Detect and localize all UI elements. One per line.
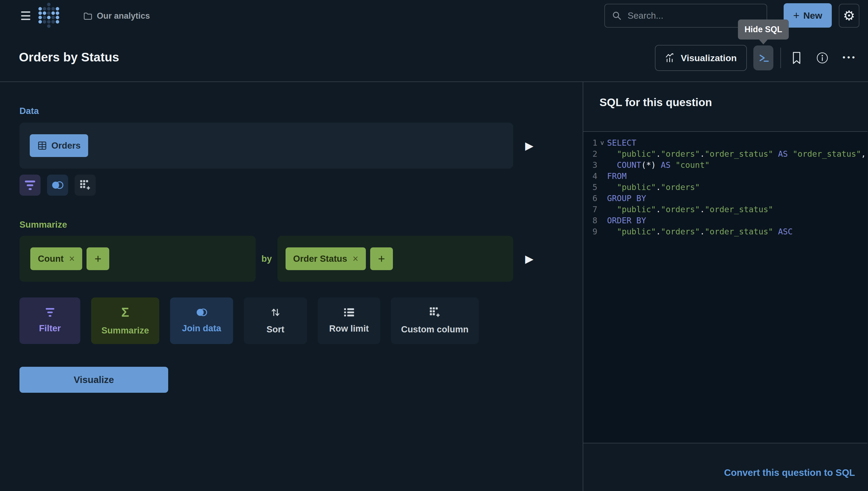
logo-dot (51, 16, 55, 19)
info-button[interactable] (815, 50, 830, 65)
search-icon (612, 11, 622, 21)
top-bar: Our analytics + New ⚙ Hide SQL (0, 0, 868, 32)
row-limit-button-label: Row limit (329, 323, 369, 334)
sql-panel-title: SQL for this question (599, 96, 867, 109)
row-limit-button[interactable]: Row limit (318, 297, 380, 344)
breadcrumb[interactable]: Our analytics (83, 9, 150, 23)
sort-icon (270, 307, 281, 318)
logo-dot (47, 24, 51, 28)
sql-code-line: 8ORDER BY (583, 215, 867, 226)
summarize-section-label: Summarize (20, 220, 583, 230)
plus-icon: + (378, 252, 385, 265)
logo-dot (51, 7, 55, 10)
filter-icon (46, 308, 54, 317)
bookmark-button[interactable] (789, 49, 804, 67)
logo-dot (43, 7, 46, 10)
mini-filter-button[interactable] (20, 175, 40, 196)
plus-icon: + (94, 252, 101, 265)
sql-code-line: 2 "public"."orders"."order_status" AS "o… (583, 148, 867, 160)
aggregation-chip-label: Count (38, 254, 64, 264)
line-number: 9 (583, 226, 597, 237)
sql-code-editor[interactable]: 1vSELECT2 "public"."orders"."order_statu… (583, 131, 867, 443)
add-aggregation-button[interactable]: + (87, 248, 109, 270)
mini-join-button[interactable] (47, 175, 68, 196)
join-icon (51, 181, 64, 190)
add-breakout-button[interactable]: + (370, 248, 393, 270)
data-row: Orders ▶ (20, 123, 583, 169)
close-icon[interactable]: × (352, 254, 358, 264)
hamburger-menu-icon[interactable] (21, 11, 30, 20)
play-icon: ▶ (525, 140, 533, 151)
plus-icon: + (793, 9, 799, 22)
close-icon[interactable]: × (69, 254, 74, 264)
visualization-button-label: Visualization (681, 53, 737, 63)
logo-dot (38, 20, 42, 24)
join-data-button[interactable]: Join data (170, 297, 233, 344)
breakout-chip[interactable]: Order Status × (285, 248, 366, 270)
sql-code-line: 9 "public"."orders"."order_status" ASC (583, 226, 867, 237)
hide-sql-tooltip: Hide SQL (738, 20, 789, 39)
fold-spacer (597, 215, 607, 226)
aggregation-chip[interactable]: Count × (30, 248, 82, 270)
sql-code-text: ORDER BY (607, 215, 646, 226)
filter-button[interactable]: Filter (20, 297, 80, 344)
fold-icon[interactable]: v (597, 137, 607, 148)
sql-code-line: 6GROUP BY (583, 193, 867, 204)
filter-button-label: Filter (39, 323, 61, 334)
logo-dot (56, 20, 59, 24)
join-data-button-label: Join data (182, 323, 221, 334)
play-icon: ▶ (525, 253, 533, 265)
sql-code-line: 1vSELECT (583, 137, 867, 148)
visualization-button[interactable]: Visualization (655, 45, 747, 71)
logo-dot (47, 7, 51, 10)
custom-column-button-label: Custom column (401, 324, 468, 335)
insight-chart-icon (665, 53, 675, 63)
settings-button[interactable]: ⚙ (839, 4, 859, 28)
custom-column-button[interactable]: Custom column (391, 297, 478, 344)
breakout-chip-label: Order Status (293, 254, 347, 264)
logo-dot (56, 16, 59, 19)
sort-button[interactable]: Sort (244, 297, 307, 344)
data-table-label: Orders (51, 141, 81, 151)
preview-data-button[interactable]: ▶ (525, 140, 533, 151)
logo-dot (38, 16, 42, 19)
data-table-button[interactable]: Orders (30, 134, 88, 157)
sql-code-text: FROM (607, 171, 626, 182)
sql-code-text: "public"."orders"."order_status" AS "ord… (607, 148, 866, 160)
sql-code-text: "public"."orders"."order_status" (607, 204, 773, 215)
preview-summarize-button[interactable]: ▶ (525, 253, 533, 264)
breakout-card: Order Status × + (277, 236, 513, 282)
summarize-button-label: Summarize (101, 325, 149, 336)
fold-spacer (597, 171, 607, 182)
sql-panel-header: SQL for this question (583, 82, 867, 131)
mini-custom-column-button[interactable] (74, 175, 96, 196)
search-input[interactable] (628, 10, 752, 21)
data-section-label: Data (20, 106, 583, 116)
logo-dot (47, 20, 51, 24)
line-number: 6 (583, 193, 597, 204)
line-number: 1 (583, 137, 597, 148)
logo-dot (43, 16, 46, 19)
terminal-icon (757, 52, 770, 64)
ellipsis-icon: ••• (843, 53, 857, 62)
logo-dot (56, 7, 59, 10)
new-button[interactable]: + New (784, 3, 832, 28)
logo-dot (43, 11, 46, 15)
fold-spacer (597, 226, 607, 237)
page-title: Orders by Status (19, 50, 119, 64)
hide-sql-button[interactable] (753, 46, 773, 70)
metabase-logo[interactable] (38, 3, 59, 28)
logo-dot (51, 20, 55, 24)
visualize-button-label: Visualize (73, 374, 114, 385)
join-icon (195, 308, 208, 317)
summarize-button[interactable]: Σ Summarize (91, 297, 159, 344)
data-step-actions (20, 175, 583, 196)
visualize-button[interactable]: Visualize (20, 367, 168, 393)
more-options-button[interactable]: ••• (841, 49, 858, 65)
new-button-label: New (803, 10, 822, 21)
folder-icon (83, 12, 92, 20)
convert-to-sql-link[interactable]: Convert this question to SQL (724, 467, 855, 478)
sql-code-text: GROUP BY (607, 193, 646, 204)
line-number: 8 (583, 215, 597, 226)
main-content: Data Orders ▶ (0, 82, 868, 491)
